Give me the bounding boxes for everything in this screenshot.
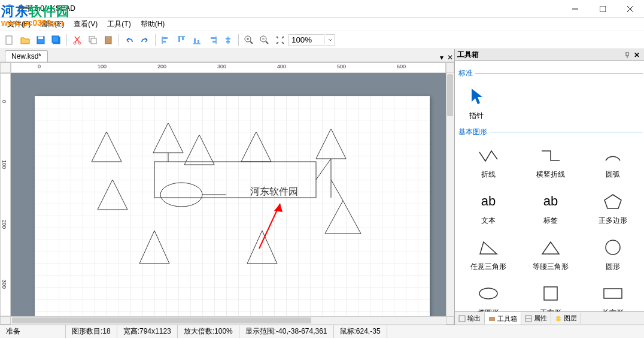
svg-rect-68 (459, 316, 465, 322)
tool-circle[interactable]: 圆形 (583, 233, 643, 274)
align-top-button[interactable] (174, 33, 189, 47)
ellipse-icon (473, 282, 503, 305)
svg-rect-6 (38, 37, 43, 39)
tool-rect[interactable]: 长方形 (583, 279, 643, 311)
status-size: 宽高:794x1123 (117, 325, 178, 338)
menu-help[interactable]: 帮助(H) (136, 18, 170, 31)
menu-tool[interactable]: 工具(T) (102, 18, 135, 31)
rect-icon (598, 282, 628, 305)
cut-button[interactable] (70, 33, 84, 47)
align-bottom-button[interactable] (190, 33, 204, 47)
new-button[interactable] (2, 33, 17, 47)
tool-arc[interactable]: 圆弧 (583, 141, 643, 182)
zoom-dropdown[interactable] (326, 34, 335, 46)
align-right-button[interactable] (205, 33, 220, 47)
toolbox-icon (488, 315, 496, 322)
align-center-button[interactable] (221, 33, 235, 47)
minimize-button[interactable] (561, 0, 589, 18)
drawing-page[interactable]: 河东软件园 (35, 96, 430, 316)
svg-rect-8 (52, 36, 59, 43)
tool-label[interactable]: ab 标签 (521, 187, 581, 228)
tool-polygon[interactable]: 正多边形 (583, 187, 643, 228)
svg-marker-61 (604, 195, 621, 208)
panel-close-button[interactable]: ✕ (632, 50, 642, 60)
redo-button[interactable] (138, 33, 152, 47)
tool-text[interactable]: ab 文本 (458, 187, 518, 228)
svg-marker-51 (325, 201, 361, 234)
panel-tab-output[interactable]: 输出 (455, 313, 485, 324)
menu-view[interactable]: 查看(V) (69, 18, 102, 31)
svg-rect-25 (211, 37, 215, 39)
tab-menu-dropdown[interactable]: ▾ (438, 53, 446, 62)
canvas-area[interactable]: 河东软件园 (11, 73, 446, 316)
tool-ellipse[interactable]: 椭圆形 (458, 279, 518, 311)
zoomin-button[interactable] (242, 33, 256, 47)
maximize-button[interactable] (589, 0, 616, 18)
tool-hvline[interactable]: 横竖折线 (521, 141, 581, 182)
panel-tab-toolbox[interactable]: 工具箱 (485, 312, 521, 325)
document-tab-bar: New.ksd* ▾ ✕ (0, 49, 454, 62)
app-icon (5, 4, 14, 14)
undo-button[interactable] (122, 33, 136, 47)
menu-edit[interactable]: 编辑(E) (35, 18, 69, 31)
panel-tab-layer[interactable]: 图层 (551, 313, 581, 324)
tab-close-button[interactable]: ✕ (446, 53, 454, 62)
toolbar (0, 31, 644, 49)
svg-point-40 (282, 43, 284, 44)
polygon-icon (598, 189, 628, 213)
zoom-input[interactable] (288, 34, 324, 46)
svg-marker-44 (241, 132, 271, 162)
horizontal-ruler[interactable]: 0 100 200 300 400 500 600 (11, 62, 446, 73)
svg-point-37 (277, 37, 278, 38)
svg-rect-59 (626, 52, 628, 56)
tool-square[interactable]: 正方形 (521, 279, 581, 311)
svg-line-35 (266, 41, 268, 44)
svg-point-64 (606, 240, 620, 255)
status-view: 显示范围:-40,-38-674,361 (239, 325, 334, 338)
save-button[interactable] (34, 33, 48, 47)
menu-file[interactable]: 文件(F) (2, 18, 35, 31)
svg-marker-62 (480, 242, 497, 254)
menu-bar: 文件(F) 编辑(E) 查看(V) 工具(T) 帮助(H) (0, 18, 644, 31)
svg-line-31 (250, 41, 253, 44)
close-button[interactable] (616, 0, 644, 18)
group-basic-title: 基本图形 (458, 127, 643, 137)
circle-icon (598, 235, 628, 259)
ruler-corner (0, 62, 11, 73)
tool-polyline[interactable]: 折线 (458, 141, 518, 182)
horizontal-scrollbar[interactable] (11, 316, 446, 325)
svg-marker-43 (184, 135, 214, 165)
svg-line-54 (316, 159, 331, 180)
status-zoom: 放大倍数:100% (178, 325, 239, 338)
document-tab[interactable]: New.ksd* (5, 50, 48, 62)
svg-rect-69 (489, 317, 495, 321)
vertical-scrollbar[interactable] (446, 73, 454, 316)
square-icon (536, 282, 566, 305)
svg-rect-66 (544, 287, 557, 300)
tool-triangle-iso[interactable]: 等腰三角形 (521, 233, 581, 274)
tool-pointer[interactable]: 指针 (458, 82, 494, 123)
saveall-button[interactable] (49, 33, 63, 47)
toolbox-title: 工具箱 (457, 50, 479, 60)
align-left-button[interactable] (159, 33, 173, 47)
open-button[interactable] (18, 33, 32, 47)
vertical-ruler[interactable]: 0 100 200 300 (0, 73, 11, 316)
copy-button[interactable] (86, 33, 100, 47)
status-ready: 准备 (0, 325, 66, 338)
paste-button[interactable] (101, 33, 116, 47)
panel-pin-button[interactable] (622, 50, 632, 60)
zoomfit-button[interactable] (273, 33, 287, 47)
svg-point-39 (277, 43, 278, 44)
zoomout-button[interactable] (257, 33, 272, 47)
panel-tab-bar: 输出 工具箱 属性 图层 (455, 311, 644, 325)
svg-rect-17 (163, 41, 166, 43)
status-mouse: 鼠标:624,-35 (334, 325, 387, 338)
svg-rect-67 (604, 289, 622, 298)
tool-triangle-any[interactable]: 任意三角形 (458, 233, 518, 274)
svg-rect-12 (91, 38, 96, 44)
svg-rect-29 (226, 41, 230, 43)
svg-rect-22 (194, 38, 196, 43)
panel-tab-props[interactable]: 属性 (521, 313, 551, 324)
document-tab-name: New.ksd* (11, 52, 41, 60)
svg-marker-63 (542, 242, 559, 254)
